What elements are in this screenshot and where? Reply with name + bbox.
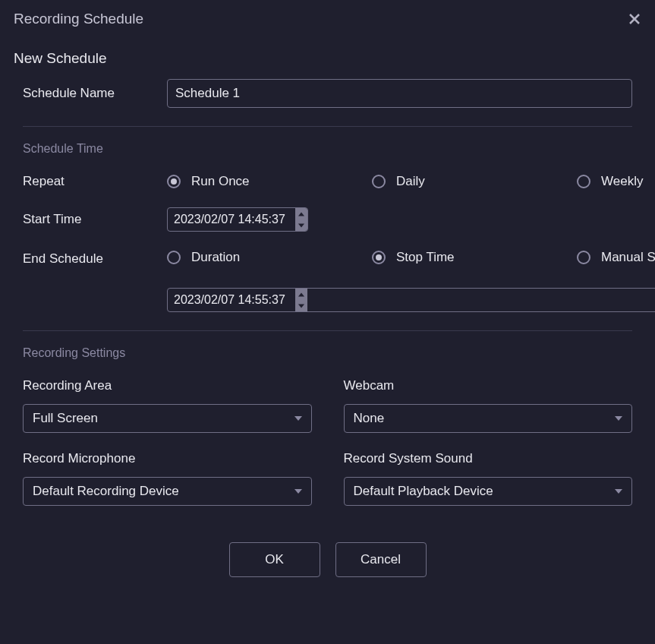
radio-icon [577, 175, 590, 188]
end-manual-stop-radio[interactable]: Manual Stop [577, 250, 655, 265]
record-microphone-value: Default Recording Device [33, 484, 179, 498]
radio-icon [167, 175, 181, 188]
start-time-label: Start Time [23, 212, 167, 227]
dialog-title: Recording Schedule [14, 11, 143, 27]
radio-icon [577, 251, 590, 264]
end-duration-label: Duration [191, 250, 240, 265]
end-schedule-label: End Schedule [23, 250, 167, 267]
chevron-down-icon [615, 416, 622, 421]
schedule-name-label: Schedule Name [23, 86, 167, 101]
divider [23, 330, 632, 331]
end-manual-stop-label: Manual Stop [601, 250, 655, 265]
webcam-select[interactable]: None [344, 404, 633, 433]
stop-time-up-button[interactable] [295, 289, 307, 300]
stop-time-down-button[interactable] [295, 300, 307, 311]
webcam-value: None [354, 411, 385, 425]
start-time-up-button[interactable] [295, 208, 307, 219]
repeat-run-once-radio[interactable]: Run Once [167, 174, 319, 189]
recording-settings-section-title: Recording Settings [23, 346, 632, 360]
end-stop-time-label: Stop Time [396, 250, 455, 265]
repeat-label: Repeat [23, 174, 167, 189]
stop-time-field[interactable] [167, 288, 655, 312]
repeat-daily-label: Daily [396, 174, 425, 189]
record-microphone-label: Record Microphone [23, 451, 312, 466]
recording-area-select[interactable]: Full Screen [23, 404, 312, 433]
recording-area-label: Recording Area [23, 378, 312, 393]
chevron-down-icon [294, 489, 302, 494]
end-duration-radio[interactable]: Duration [167, 250, 319, 265]
repeat-run-once-label: Run Once [191, 174, 250, 189]
record-microphone-select[interactable]: Default Recording Device [23, 477, 312, 506]
chevron-down-icon [615, 489, 622, 494]
webcam-label: Webcam [344, 378, 633, 393]
repeat-weekly-label: Weekly [601, 174, 643, 189]
schedule-time-section-title: Schedule Time [23, 142, 632, 156]
start-time-down-button[interactable] [295, 219, 307, 231]
schedule-name-input[interactable] [167, 79, 632, 108]
repeat-daily-radio[interactable]: Daily [372, 174, 524, 189]
record-system-sound-value: Default Playback Device [354, 484, 493, 498]
record-system-sound-select[interactable]: Default Playback Device [344, 477, 633, 506]
dialog-subtitle: New Schedule [0, 32, 655, 79]
radio-icon [372, 175, 386, 188]
repeat-weekly-radio[interactable]: Weekly [577, 174, 655, 189]
radio-icon [372, 251, 386, 264]
cancel-button[interactable]: Cancel [335, 542, 427, 577]
end-stop-time-radio[interactable]: Stop Time [372, 250, 524, 265]
close-icon[interactable] [629, 14, 640, 24]
start-time-input[interactable] [168, 208, 295, 231]
ok-button[interactable]: OK [229, 542, 320, 577]
divider [23, 126, 632, 127]
recording-area-value: Full Screen [33, 411, 98, 425]
stop-time-input[interactable] [168, 289, 295, 311]
record-system-sound-label: Record System Sound [344, 451, 633, 466]
radio-icon [167, 251, 181, 264]
start-time-field[interactable] [167, 207, 308, 232]
chevron-down-icon [294, 416, 302, 421]
